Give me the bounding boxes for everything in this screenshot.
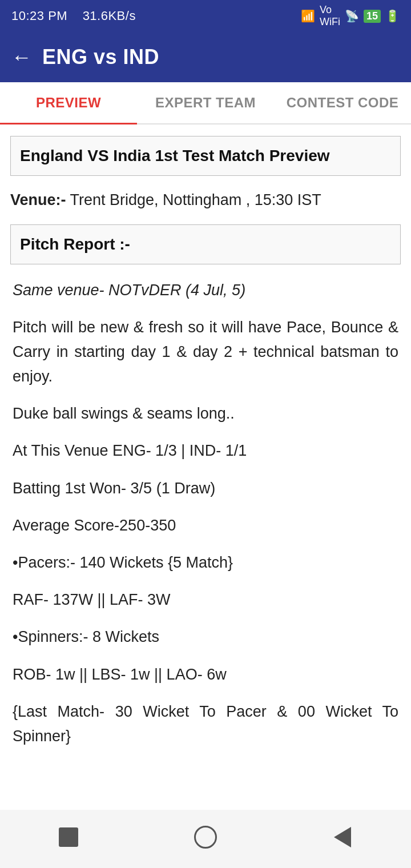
nav-back-button[interactable] — [330, 825, 355, 850]
para-pacers: •Pacers:- 140 Wickets {5 Match} — [13, 550, 398, 575]
para-avg-score: Average Score-250-350 — [13, 513, 398, 538]
tabs-bar: PREVIEW EXPERT TEAM CONTEST CODE — [0, 82, 411, 124]
para-same-venue: Same venue- NOTvDER (4 Jul, 5) — [13, 278, 398, 303]
battery-icon: 🔋 — [385, 9, 400, 23]
wifi-icon: 📡 — [345, 9, 359, 23]
signal-icon: 📶 — [301, 9, 315, 23]
para-pitch-desc: Pitch will be new & fresh so it will hav… — [13, 315, 398, 389]
triangle-back-icon — [334, 827, 351, 847]
match-title: England VS India 1st Test Match Preview — [20, 147, 330, 164]
venue-info: Venue:- Trent Bridge, Nottingham , 15:30… — [10, 188, 401, 212]
para-rob-lbs-lao: ROB- 1w || LBS- 1w || LAO- 6w — [13, 662, 398, 687]
venue-label: Venue:- — [10, 191, 66, 208]
content-area: England VS India 1st Test Match Preview … — [0, 124, 411, 810]
header-title: ENG vs IND — [42, 45, 159, 69]
tab-contest-code[interactable]: CONTEST CODE — [274, 82, 411, 123]
status-bar: 10:23 PM 31.6KB/s 📶 VoWiFi 📡 15 🔋 — [0, 0, 411, 32]
wifi-label: VoWiFi — [320, 4, 340, 28]
venue-value: Trent Bridge, Nottingham , 15:30 IST — [70, 191, 321, 208]
para-batting-won: Batting 1st Won- 3/5 (1 Draw) — [13, 476, 398, 501]
nav-square-button[interactable] — [56, 825, 81, 850]
battery-badge: 15 — [364, 10, 381, 23]
back-button[interactable]: ← — [11, 45, 32, 69]
para-duke-ball: Duke ball swings & seams long.. — [13, 401, 398, 426]
para-spinners: •Spinners:- 8 Wickets — [13, 625, 398, 649]
square-icon — [59, 827, 78, 847]
para-venue-record: At This Venue ENG- 1/3 | IND- 1/1 — [13, 439, 398, 463]
pitch-report-title: Pitch Report :- — [20, 235, 130, 253]
status-speed: 31.6KB/s — [83, 9, 136, 23]
circle-icon — [194, 826, 217, 849]
status-time-speed: 10:23 PM 31.6KB/s — [11, 9, 136, 23]
nav-home-button[interactable] — [193, 825, 218, 850]
para-last-match: {Last Match- 30 Wicket To Pacer & 00 Wic… — [13, 700, 398, 749]
para-raf-laf: RAF- 137W || LAF- 3W — [13, 588, 398, 612]
status-time: 10:23 PM — [11, 9, 67, 23]
tab-expert-team[interactable]: EXPERT TEAM — [137, 82, 274, 123]
pitch-details: Same venue- NOTvDER (4 Jul, 5) Pitch wil… — [10, 278, 401, 749]
status-icons: 📶 VoWiFi 📡 15 🔋 — [301, 4, 400, 28]
header: ← ENG vs IND — [0, 32, 411, 82]
match-title-box: England VS India 1st Test Match Preview — [10, 136, 401, 176]
nav-bar — [0, 810, 411, 865]
tab-preview[interactable]: PREVIEW — [0, 82, 137, 123]
pitch-report-box: Pitch Report :- — [10, 224, 401, 264]
